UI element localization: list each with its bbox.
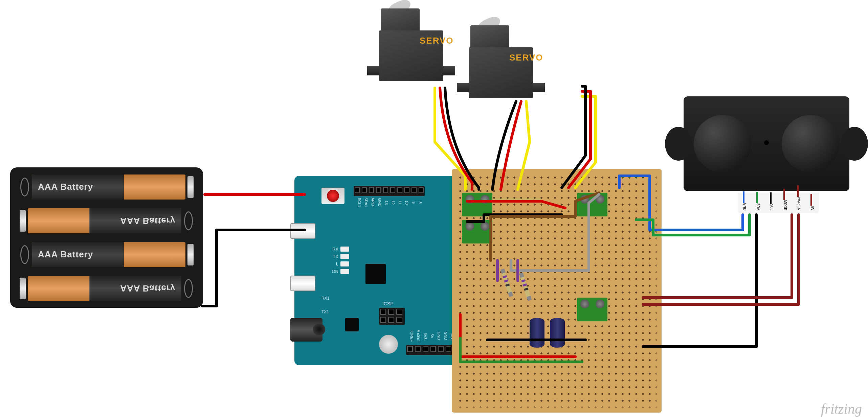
wire-proto-red-bridge — [467, 201, 565, 208]
wire-sensor-5v-darkred — [643, 215, 799, 304]
fritzing-watermark: fritzing — [821, 401, 862, 417]
wire-servo2-black-ext — [562, 86, 585, 188]
wire-overlay — [0, 0, 868, 419]
wire-proto-red-bottom — [460, 315, 575, 357]
wire-proto-green-bottom — [460, 338, 582, 362]
wire-sensor-pwr-darkred — [643, 215, 792, 298]
wire-servo1-pow-red — [440, 88, 472, 189]
wire-sensor-sda-green — [636, 215, 750, 235]
wire-sensor-gnd-blue — [619, 176, 743, 230]
wire-servo2-sig-yellow — [518, 101, 530, 189]
wire-battery-neg — [202, 230, 305, 306]
